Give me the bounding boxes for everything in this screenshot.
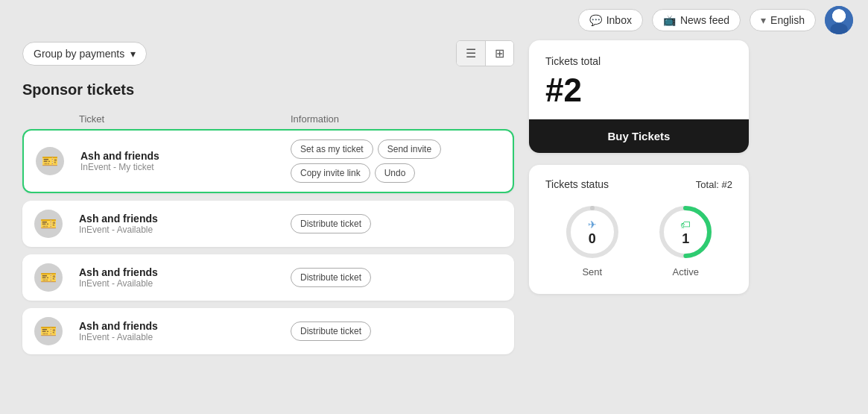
main-content: Group by payments ▾ ☰ ⊞ Sponsor tickets … [0,40,868,362]
ticket-subtitle: InEvent - Available [79,278,291,289]
active-icon: 🏷 [680,219,691,230]
ticket-icon-col: 🎫 [34,317,79,345]
ticket-icon-col: 🎫 [34,210,79,238]
ticket-name: Ash and friends [79,213,291,225]
tickets-total-card: Tickets total #2 Buy Tickets [529,40,749,153]
ticket-row: 🎫Ash and friendsInEvent - AvailableDistr… [22,254,514,301]
inbox-button[interactable]: 💬 Inbox [578,9,643,31]
ticket-name: Ash and friends [79,320,291,332]
grid-icon: ⊞ [495,47,504,60]
ticket-icon: 🎫 [34,317,63,345]
sent-donut: ✈ 0 [563,202,622,262]
newsfeed-icon: 📺 [663,14,676,26]
status-total: Total: #2 [696,179,732,190]
ticket-action-button[interactable]: Set as my ticket [291,139,373,159]
ticket-row: 🎫Ash and friendsInEvent - My ticketSet a… [22,129,514,193]
inbox-label: Inbox [606,14,632,26]
ticket-icon: 🎫 [34,263,63,292]
ticket-action-button[interactable]: Copy invite link [291,163,370,183]
ticket-icon: 🎫 [36,147,64,175]
table-header: Ticket Information [22,109,514,129]
sent-circle-item: ✈ 0 Sent [563,202,622,277]
user-avatar[interactable] [825,6,853,34]
active-label: Active [673,266,699,277]
chevron-down-icon: ▾ [761,14,766,26]
dropdown-chevron-icon: ▾ [130,48,136,60]
ticket-actions-col: Distribute ticket [291,322,502,341]
list-icon: ☰ [466,47,476,60]
ticket-subtitle: InEvent - Available [79,332,291,342]
ticket-row: 🎫Ash and friendsInEvent - AvailableDistr… [22,308,514,354]
tickets-status-card: Tickets status Total: #2 ✈ 0 [529,165,749,294]
ticket-actions-col: Distribute ticket [291,214,502,233]
active-value: 1 [682,232,689,245]
ticket-actions-col: Distribute ticket [291,268,502,287]
ticket-actions-col: Set as my ticketSend inviteCopy invite l… [291,139,501,183]
ticket-list: 🎫Ash and friendsInEvent - My ticketSet a… [22,129,514,354]
ticket-subtitle: InEvent - Available [79,225,291,235]
left-panel: Group by payments ▾ ☰ ⊞ Sponsor tickets … [22,40,514,362]
col-header-ticket: Ticket [79,113,291,125]
status-label: Tickets status [545,178,609,190]
col-header-empty [34,113,79,125]
group-by-label: Group by payments [34,48,124,60]
status-header: Tickets status Total: #2 [545,178,732,190]
top-navigation: 💬 Inbox 📺 News feed ▾ English [0,0,868,40]
language-label: English [770,14,805,26]
newsfeed-button[interactable]: 📺 News feed [652,9,741,31]
view-toggle-group: ☰ ⊞ [456,40,514,66]
ticket-action-button[interactable]: Distribute ticket [291,322,371,341]
ticket-name: Ash and friends [79,266,291,278]
ticket-info-col: Ash and friendsInEvent - Available [79,266,291,289]
ticket-action-button[interactable]: Distribute ticket [291,268,371,287]
sent-icon: ✈ [588,219,597,230]
ticket-info-col: Ash and friendsInEvent - My ticket [80,150,291,172]
tickets-total-count: #2 [545,72,732,109]
ticket-icon: 🎫 [34,210,63,238]
ticket-icon-col: 🎫 [34,263,79,292]
ticket-name: Ash and friends [80,150,291,162]
grid-view-button[interactable]: ⊞ [486,41,513,66]
sent-value: 0 [589,232,596,245]
active-circle-item: 🏷 1 Active [656,202,715,277]
language-selector[interactable]: ▾ English [750,9,816,31]
ticket-action-button[interactable]: Distribute ticket [291,214,371,233]
buy-tickets-button[interactable]: Buy Tickets [529,119,749,153]
sent-label: Sent [582,266,602,277]
ticket-subtitle: InEvent - My ticket [80,162,291,172]
newsfeed-label: News feed [680,14,729,26]
group-by-dropdown[interactable]: Group by payments ▾ [22,42,147,66]
ticket-info-col: Ash and friendsInEvent - Available [79,213,291,235]
status-circles: ✈ 0 Sent 🏷 1 [545,202,732,277]
chat-icon: 💬 [589,14,602,26]
ticket-row: 🎫Ash and friendsInEvent - AvailableDistr… [22,201,514,247]
list-view-button[interactable]: ☰ [457,41,486,66]
active-donut: 🏷 1 [656,202,715,262]
col-header-info: Information [291,113,502,125]
ticket-icon-col: 🎫 [36,147,80,175]
ticket-action-button[interactable]: Undo [375,163,416,183]
ticket-action-button[interactable]: Send invite [378,139,441,159]
section-title: Sponsor tickets [22,81,514,98]
right-panel: Tickets total #2 Buy Tickets Tickets sta… [529,40,749,362]
toolbar: Group by payments ▾ ☰ ⊞ [22,40,514,66]
tickets-total-label: Tickets total [545,55,732,67]
ticket-info-col: Ash and friendsInEvent - Available [79,320,291,342]
